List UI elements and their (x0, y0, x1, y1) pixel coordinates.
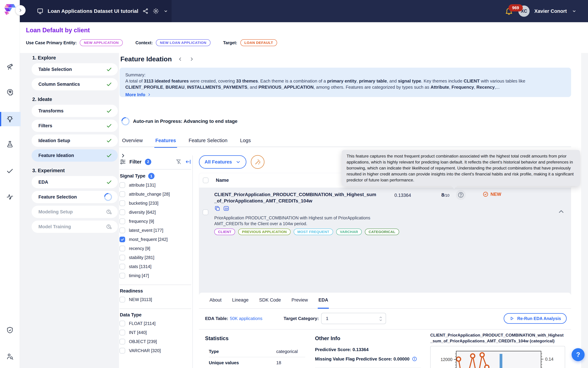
detail-tab-eda[interactable]: EDA (318, 297, 328, 309)
wizard-item-transforms[interactable]: Transforms (32, 105, 118, 117)
filter-option-attribute_change[interactable]: attribute_change [28] (119, 190, 191, 199)
info-icon[interactable] (412, 356, 417, 362)
checkbox[interactable] (119, 339, 125, 344)
feature-scope-dropdown[interactable]: All Features (199, 155, 246, 169)
checkbox[interactable] (119, 321, 125, 326)
workspace-title[interactable]: Loan Applications Dataset UI tutorial (48, 8, 138, 14)
autorun-status: Auto-run in Progress: Advancing to end s… (121, 117, 238, 125)
detail-tab-about[interactable]: About (209, 297, 222, 309)
tab-feature-selection[interactable]: Feature Selection (189, 138, 227, 148)
checkbox[interactable] (119, 330, 125, 335)
checkbox[interactable] (119, 210, 125, 215)
tab-features[interactable]: Features (155, 138, 176, 148)
checkbox[interactable] (119, 348, 125, 353)
id-icon[interactable]: ID (223, 205, 229, 212)
rerun-eda-button[interactable]: Re-Run EDA Analysis (504, 313, 567, 324)
checkbox[interactable] (119, 191, 125, 197)
filter-option-object[interactable]: OBJECT [239] (119, 337, 191, 346)
shield-check-icon[interactable] (6, 326, 14, 334)
filter-option-stats[interactable]: stats [1314] (119, 262, 191, 271)
feature-checkbox[interactable] (203, 210, 208, 215)
select-all-checkbox[interactable] (203, 177, 208, 183)
monitor-pulse-icon[interactable] (6, 193, 14, 200)
wizard-item-feature-selection[interactable]: Feature Selection (32, 191, 118, 203)
notifications-bell-icon[interactable]: 969 (505, 7, 514, 16)
checkbox[interactable] (119, 200, 125, 206)
prev-step-icon[interactable] (178, 56, 183, 62)
stepper-icon[interactable] (379, 316, 383, 322)
wizard-item-eda[interactable]: EDA (32, 176, 118, 188)
checkbox[interactable] (119, 255, 125, 260)
filter-option-int[interactable]: INT [440] (119, 328, 191, 337)
workspace-chevron-down-icon[interactable] (163, 9, 168, 14)
eda-table-link[interactable]: 50K applications (230, 316, 262, 321)
filter-option-recency[interactable]: recency [9] (119, 244, 191, 253)
tab-overview[interactable]: Overview (122, 138, 143, 148)
filter-option-varchar[interactable]: VARCHAR [320] (119, 346, 191, 355)
target-category-select[interactable]: 1 (321, 313, 386, 324)
clear-filter-icon[interactable] (176, 159, 182, 165)
filter-option-latest_event[interactable]: latest_event [177] (119, 226, 191, 235)
copy-icon[interactable] (214, 205, 220, 212)
chevron-right-icon[interactable] (120, 153, 126, 158)
wizard-item-model-training[interactable]: Model Training (32, 221, 118, 233)
wizard-item-column-semantics[interactable]: Column Semantics (32, 78, 118, 90)
next-step-icon[interactable] (189, 56, 194, 62)
checkbox[interactable] (119, 228, 125, 233)
wizard-item-filters[interactable]: Filters (32, 120, 118, 132)
user-search-icon[interactable] (6, 353, 14, 360)
ideate-lightbulb-icon[interactable] (6, 115, 14, 123)
checkbox[interactable] (119, 264, 125, 269)
checkbox[interactable] (119, 246, 125, 251)
notification-count-badge[interactable]: 969 (508, 4, 523, 11)
feature-row[interactable]: CLIENT_PriorApplication_PRODUCT_COMBINAT… (199, 188, 571, 368)
checkbox[interactable] (119, 219, 125, 224)
checkbox[interactable] (119, 182, 125, 188)
sidebar-expand-button[interactable] (15, 5, 26, 15)
user-menu-chevron-down-icon[interactable] (572, 9, 577, 14)
more-info-link[interactable]: More Info (125, 92, 151, 98)
wizard-item-feature-ideation[interactable]: Feature Ideation (32, 149, 118, 162)
autorun-spinner-icon (120, 116, 131, 127)
detail-tab-sdk-code[interactable]: SDK Code (259, 297, 281, 309)
wizard-item-modeling-setup[interactable]: Modeling Setup (32, 206, 118, 218)
readiness-help-icon[interactable] (456, 190, 466, 200)
filter-option-most_frequent[interactable]: most_frequent [242] (119, 235, 191, 244)
collapse-row-chevron-up-icon[interactable] (557, 208, 565, 215)
wizard-item-table-selection[interactable]: Table Selection (32, 63, 118, 75)
wizard-item-label: Feature Ideation (38, 153, 74, 158)
filter-option-diversity[interactable]: diversity [642] (119, 208, 191, 217)
primary-entity-pill[interactable]: NEW APPLICATION (80, 39, 123, 46)
filter-option-timing[interactable]: timing [47] (119, 271, 191, 280)
context-pill[interactable]: NEW LOAN APPLICATION (156, 39, 211, 46)
target-pill[interactable]: LOAN DEFAULT (241, 39, 277, 46)
experiment-flask-icon[interactable] (6, 140, 14, 148)
wizard-item-ideation-setup[interactable]: Ideation Setup (32, 134, 118, 147)
validate-check-icon[interactable] (6, 167, 14, 175)
detail-tab-lineage[interactable]: Lineage (232, 297, 249, 309)
filter-option-float[interactable]: FLOAT [2114] (119, 319, 191, 328)
filter-option-attribute[interactable]: attribute [131] (119, 181, 191, 190)
checkbox[interactable] (119, 297, 125, 302)
semantics-brain-icon[interactable] (6, 89, 14, 96)
filter-option-bucketing[interactable]: bucketing [233] (119, 199, 191, 208)
filter-option-frequency[interactable]: frequency [9] (119, 217, 191, 226)
scrollbar-track[interactable] (581, 53, 588, 368)
filter-option-stability[interactable]: stability [281] (119, 253, 191, 262)
gear-icon[interactable] (153, 8, 159, 14)
filter-option-label: most_frequent [242] (129, 237, 168, 242)
filter-option-new[interactable]: NEW [3113] (119, 295, 191, 304)
wizard-item-label: Transforms (38, 108, 63, 114)
collapse-filter-icon[interactable] (185, 159, 191, 165)
checkbox[interactable] (119, 237, 125, 242)
explore-telescope-icon[interactable] (6, 63, 14, 70)
left-rail (0, 0, 20, 368)
tab-logs[interactable]: Logs (240, 138, 251, 148)
detail-tab-preview[interactable]: Preview (291, 297, 308, 309)
share-icon[interactable] (143, 8, 149, 14)
feature-name[interactable]: CLIENT_PriorApplication_PRODUCT_COMBINAT… (214, 191, 377, 204)
magic-wand-button[interactable] (251, 155, 265, 169)
feature-tag: CLIENT (214, 229, 235, 235)
checkbox[interactable] (119, 273, 125, 278)
help-button[interactable]: ? (572, 348, 585, 361)
